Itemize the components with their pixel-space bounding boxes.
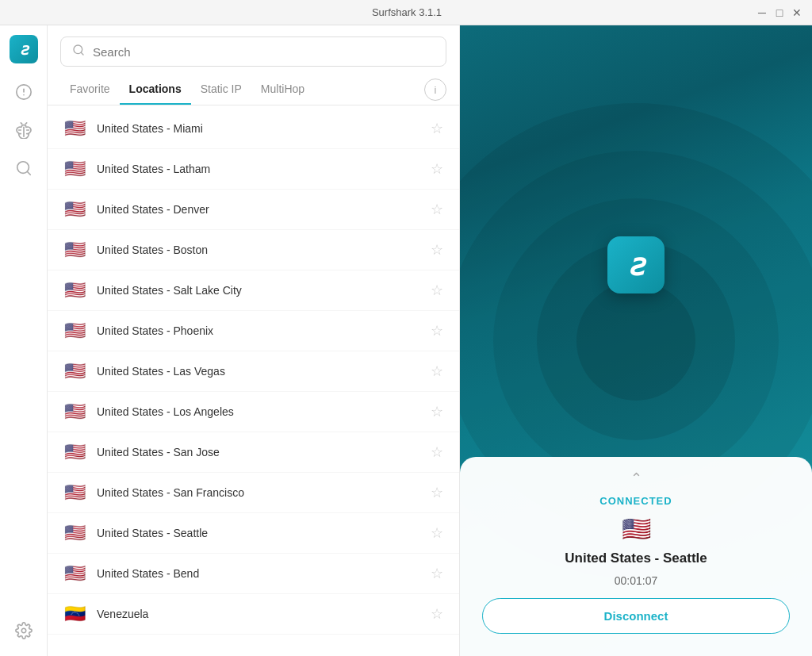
favorite-button[interactable]: ☆ [429,563,445,584]
tab-locations[interactable]: Locations [120,75,191,105]
favorite-button[interactable]: ☆ [429,118,445,139]
tab-static-ip[interactable]: Static IP [191,75,251,105]
location-name: United States - Salt Lake City [97,284,419,297]
location-name: United States - San Francisco [97,486,419,499]
list-item[interactable]: 🇺🇸United States - Salt Lake City☆ [48,270,459,311]
location-flag: 🇺🇸 [62,320,87,341]
favorite-button[interactable]: ☆ [429,280,445,301]
location-flag: 🇺🇸 [62,199,87,220]
search-input[interactable] [93,45,435,59]
location-list: 🇺🇸United States - Miami☆🇺🇸United States … [48,105,459,656]
location-flag: 🇺🇸 [62,442,87,462]
disconnect-button[interactable]: Disconnect [482,598,790,634]
favorite-button[interactable]: ☆ [429,199,445,220]
vpn-logo: ƨ [607,236,665,293]
vpn-logo-letter: ƨ [628,247,644,282]
location-name: United States - Latham [97,163,419,175]
list-item[interactable]: 🇺🇸United States - Latham☆ [48,149,459,190]
favorite-button[interactable]: ☆ [429,320,445,341]
connected-time: 00:01:07 [615,574,658,587]
favorite-button[interactable]: ☆ [429,604,445,624]
location-name: United States - Los Angeles [97,405,419,418]
favorite-button[interactable]: ☆ [429,159,445,179]
search-icon [72,44,85,59]
app-logo: ƨ [10,35,38,63]
connected-label: CONNECTED [599,495,672,507]
list-item[interactable]: 🇺🇸United States - Bend☆ [48,554,459,594]
location-name: United States - Boston [97,244,419,256]
svg-line-8 [81,52,83,55]
favorite-button[interactable]: ☆ [429,482,445,503]
location-name: Venezuela [97,608,419,620]
close-button[interactable]: ✕ [791,7,802,18]
window-controls: ─ □ ✕ [756,7,802,18]
search-bar [48,25,459,75]
location-flag: 🇺🇸 [62,361,87,382]
nav-search-button[interactable] [8,152,40,184]
list-item[interactable]: 🇺🇸United States - Denver☆ [48,190,459,230]
sidebar-icons: ƨ [0,25,48,656]
location-name: United States - Seattle [97,527,419,539]
location-name: United States - Denver [97,203,419,216]
location-flag: 🇺🇸 [62,482,87,503]
maximize-button[interactable]: □ [774,7,785,18]
favorite-button[interactable]: ☆ [429,401,445,422]
logo-letter: ƨ [20,40,28,59]
connected-flag: 🇺🇸 [622,515,651,543]
location-flag: 🇺🇸 [62,401,87,422]
list-item[interactable]: 🇺🇸United States - Miami☆ [48,109,459,149]
list-item[interactable]: 🇺🇸United States - Boston☆ [48,230,459,270]
minimize-button[interactable]: ─ [756,7,768,18]
location-flag: 🇺🇸 [62,240,87,260]
location-flag: 🇺🇸 [62,523,87,543]
list-item[interactable]: 🇺🇸United States - Las Vegas☆ [48,351,459,392]
main-container: ƨ [0,25,812,656]
info-button[interactable]: i [424,79,446,101]
location-name: United States - Phoenix [97,324,419,337]
list-item[interactable]: 🇺🇸United States - Seattle☆ [48,513,459,554]
chevron-up-icon[interactable]: ⌃ [630,470,642,487]
list-item[interactable]: 🇺🇸United States - San Jose☆ [48,432,459,473]
favorite-button[interactable]: ☆ [429,361,445,382]
title-bar: Surfshark 3.1.1 ─ □ ✕ [0,0,812,25]
location-flag: 🇺🇸 [62,563,87,584]
location-flag: 🇺🇸 [62,280,87,301]
connected-card: ⌃ CONNECTED 🇺🇸 United States - Seattle 0… [460,457,812,656]
sidebar-bottom [8,615,40,646]
svg-point-6 [21,628,26,633]
location-name: United States - Las Vegas [97,365,419,378]
connected-location: United States - Seattle [565,551,707,566]
tab-favorite[interactable]: Favorite [60,75,120,105]
favorite-button[interactable]: ☆ [429,240,445,260]
list-item[interactable]: 🇺🇸United States - San Francisco☆ [48,473,459,513]
list-item[interactable]: 🇺🇸United States - Los Angeles☆ [48,392,459,432]
favorite-button[interactable]: ☆ [429,442,445,462]
nav-button-2[interactable] [8,114,40,146]
location-name: United States - Miami [97,122,419,135]
nav-button-1[interactable] [8,76,40,108]
search-input-wrapper [60,36,446,67]
left-panel: Favorite Locations Static IP MultiHop i … [48,25,460,656]
location-flag: 🇻🇪 [62,604,87,624]
settings-button[interactable] [8,615,40,646]
app-title: Surfshark 3.1.1 [57,6,756,18]
list-item[interactable]: 🇻🇪Venezuela☆ [48,594,459,635]
tab-multihop[interactable]: MultiHop [251,75,314,105]
location-name: United States - San Jose [97,446,419,458]
tabs: Favorite Locations Static IP MultiHop i [48,75,459,105]
favorite-button[interactable]: ☆ [429,523,445,543]
right-panel: ƨ ⌃ CONNECTED 🇺🇸 United States - Seattle… [460,25,812,656]
location-flag: 🇺🇸 [62,159,87,179]
location-name: United States - Bend [97,567,419,580]
svg-line-5 [27,171,30,175]
list-item[interactable]: 🇺🇸United States - Phoenix☆ [48,311,459,351]
location-flag: 🇺🇸 [62,118,87,139]
